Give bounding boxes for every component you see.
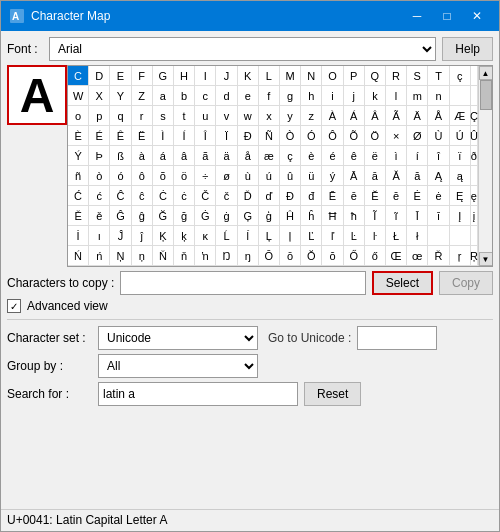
char-cell[interactable]: Ì (153, 126, 174, 146)
char-cell[interactable]: ĵ (132, 226, 153, 246)
char-cell[interactable]: ă (407, 166, 428, 186)
char-cell[interactable]: ģ (259, 206, 280, 226)
char-cell[interactable]: Œ (386, 246, 407, 266)
char-cell[interactable]: ü (301, 166, 322, 186)
char-cell[interactable]: ð (471, 146, 478, 166)
char-cell[interactable]: q (110, 106, 131, 126)
char-cell[interactable]: ľ (322, 226, 343, 246)
char-cell[interactable]: ċ (174, 186, 195, 206)
char-cell[interactable]: ó (110, 166, 131, 186)
char-cell[interactable]: Ê (110, 126, 131, 146)
char-cell[interactable]: đ (301, 186, 322, 206)
char-cell[interactable] (471, 66, 478, 86)
char-cell[interactable]: Ņ (110, 246, 131, 266)
char-cell[interactable] (471, 86, 478, 106)
char-cell[interactable]: Ķ (153, 226, 174, 246)
char-cell[interactable]: ú (259, 166, 280, 186)
char-cell[interactable]: ç (450, 66, 471, 86)
char-cell[interactable]: x (259, 106, 280, 126)
char-cell[interactable]: ß (110, 146, 131, 166)
reset-button[interactable]: Reset (304, 382, 361, 406)
char-cell[interactable]: G (153, 66, 174, 86)
char-cell[interactable]: ø (216, 166, 237, 186)
char-cell[interactable]: c (195, 86, 216, 106)
char-cell[interactable]: â (174, 146, 195, 166)
char-cell[interactable]: × (386, 126, 407, 146)
char-cell[interactable]: Ö (365, 126, 386, 146)
char-cell[interactable]: ą (450, 166, 471, 186)
char-cell[interactable]: b (174, 86, 195, 106)
char-cell[interactable]: t (174, 106, 195, 126)
char-cell[interactable]: Ġ (195, 206, 216, 226)
char-cell[interactable]: L (259, 66, 280, 86)
char-cell[interactable]: ý (322, 166, 343, 186)
char-cell[interactable]: Ð (238, 126, 259, 146)
char-cell[interactable]: Ą (428, 166, 449, 186)
char-cell[interactable]: Æ (450, 106, 471, 126)
char-cell[interactable]: X (89, 86, 110, 106)
char-cell[interactable]: Ğ (153, 206, 174, 226)
char-cell[interactable]: Y (110, 86, 131, 106)
char-cell[interactable]: ī (428, 206, 449, 226)
char-cell[interactable]: ê (344, 146, 365, 166)
char-cell[interactable]: l (386, 86, 407, 106)
char-cell[interactable]: Ï (216, 126, 237, 146)
char-cell[interactable]: ě (89, 206, 110, 226)
char-cell[interactable]: Ñ (259, 126, 280, 146)
advanced-view-checkbox[interactable]: ✓ (7, 299, 21, 313)
char-cell[interactable]: ć (89, 186, 110, 206)
char-cell[interactable]: ę (471, 186, 478, 206)
char-cell[interactable] (428, 226, 449, 246)
char-cell[interactable]: ÷ (195, 166, 216, 186)
scroll-down-arrow[interactable]: ▼ (479, 252, 493, 266)
char-cell[interactable]: Ë (132, 126, 153, 146)
char-cell[interactable]: Ó (301, 126, 322, 146)
search-input[interactable] (98, 382, 298, 406)
char-cell[interactable]: Ċ (153, 186, 174, 206)
char-cell[interactable]: Ŗ (471, 246, 478, 266)
char-cell[interactable]: Å (428, 106, 449, 126)
char-cell[interactable]: Ý (68, 146, 89, 166)
char-cell[interactable]: Ŀ (344, 226, 365, 246)
char-cell[interactable]: j (344, 86, 365, 106)
close-button[interactable]: ✕ (463, 5, 491, 27)
char-cell[interactable]: H (174, 66, 195, 86)
char-cell[interactable]: é (322, 146, 343, 166)
char-cell[interactable]: Ď (238, 186, 259, 206)
char-cell[interactable]: J (216, 66, 237, 86)
char-cell[interactable]: Ė (407, 186, 428, 206)
char-cell[interactable]: O (322, 66, 343, 86)
char-cell[interactable]: ĩ (386, 206, 407, 226)
char-cell[interactable]: C (68, 66, 89, 86)
char-cell[interactable]: ŀ (365, 226, 386, 246)
scroll-thumb[interactable] (480, 80, 492, 110)
groupby-select[interactable]: All Unicode Subrange Unicode Block (98, 354, 258, 378)
select-button[interactable]: Select (372, 271, 433, 295)
char-cell[interactable]: Ľ (301, 226, 322, 246)
char-cell[interactable]: Ħ (322, 206, 343, 226)
char-cell[interactable]: È (68, 126, 89, 146)
char-cell[interactable]: Ä (407, 106, 428, 126)
char-cell[interactable]: ā (365, 166, 386, 186)
char-cell[interactable]: Ĝ (110, 206, 131, 226)
char-cell[interactable] (450, 86, 471, 106)
char-cell[interactable]: ķ (174, 226, 195, 246)
char-cell[interactable]: k (365, 86, 386, 106)
char-cell[interactable]: Į (450, 206, 471, 226)
char-cell[interactable]: S (407, 66, 428, 86)
char-cell[interactable]: o (68, 106, 89, 126)
char-cell[interactable]: R (386, 66, 407, 86)
char-cell[interactable]: Õ (344, 126, 365, 146)
charset-select[interactable]: Unicode Windows: Western DOS: Latin US (98, 326, 258, 350)
maximize-button[interactable]: □ (433, 5, 461, 27)
char-cell[interactable]: h (301, 86, 322, 106)
char-cell[interactable]: À (322, 106, 343, 126)
char-cell[interactable]: ď (259, 186, 280, 206)
char-cell[interactable]: Č (195, 186, 216, 206)
char-cell[interactable]: û (280, 166, 301, 186)
char-cell[interactable]: Ĩ (365, 206, 386, 226)
char-cell[interactable]: Ģ (238, 206, 259, 226)
char-cell[interactable]: Â (365, 106, 386, 126)
char-cell[interactable]: ğ (174, 206, 195, 226)
char-cell[interactable]: Ĵ (110, 226, 131, 246)
